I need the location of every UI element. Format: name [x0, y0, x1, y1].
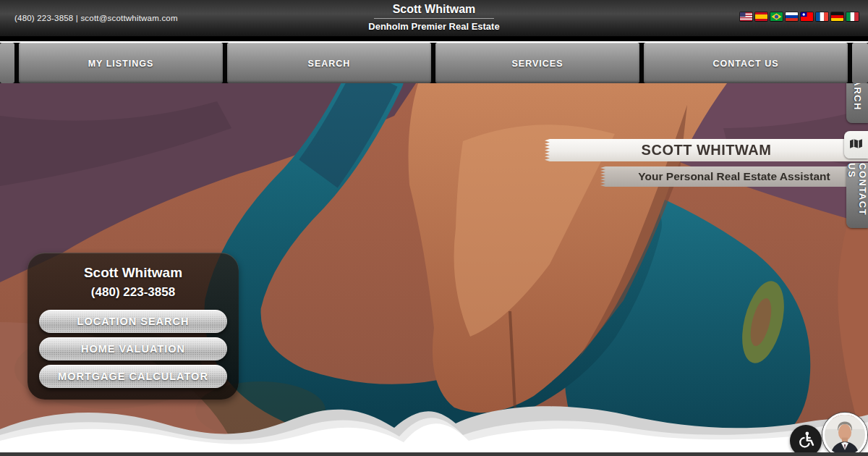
- nav-item-my-listings[interactable]: MY LISTINGS: [19, 43, 223, 83]
- brazil-flag-icon[interactable]: [770, 12, 783, 21]
- agent-photo[interactable]: [822, 413, 867, 456]
- cloud-wave-decoration: [0, 394, 868, 456]
- nav-item-label: MY LISTINGS: [88, 59, 154, 69]
- site-title: Scott Whitwam: [374, 3, 495, 19]
- mortgage-calculator-button[interactable]: MORTGAGE CALCULATOR: [39, 365, 227, 388]
- nav-edge-button-right[interactable]: [852, 43, 868, 83]
- hero-banner-subtitle-text: Your Personal Real Estate Assistant: [638, 170, 830, 183]
- germany-flag-icon[interactable]: [831, 12, 843, 21]
- language-flags: [740, 12, 859, 21]
- location-search-button[interactable]: LOCATION SEARCH: [39, 310, 227, 333]
- side-tab-map[interactable]: [844, 131, 868, 159]
- main-navigation: MY LISTINGS SEARCH SERVICES CONTACT US: [0, 36, 868, 83]
- side-tab-label: CONTACT US: [846, 163, 868, 228]
- hero-banner-title: SCOTT WHITWAM: [545, 139, 868, 161]
- nav-item-label: SEARCH: [308, 59, 351, 69]
- home-valuation-button[interactable]: HOME VALUATION: [39, 337, 227, 360]
- wheelchair-icon: [796, 430, 816, 452]
- site-identity: Scott Whitwam Denholm Premier Real Estat…: [0, 3, 868, 32]
- russia-flag-icon[interactable]: [786, 12, 798, 21]
- button-label: LOCATION SEARCH: [77, 316, 190, 327]
- map-icon: [849, 138, 863, 152]
- france-flag-icon[interactable]: [816, 12, 828, 21]
- agent-photo-image: [825, 415, 865, 455]
- usa-flag-icon[interactable]: [740, 12, 752, 21]
- nav-edge-button-left[interactable]: [0, 43, 14, 83]
- nav-item-contact-us[interactable]: CONTACT US: [644, 43, 848, 83]
- button-label: HOME VALUATION: [81, 343, 185, 355]
- side-tab-contact-us[interactable]: CONTACT US: [846, 163, 868, 228]
- nav-item-services[interactable]: SERVICES: [435, 43, 639, 83]
- spain-flag-icon[interactable]: [755, 12, 767, 21]
- agent-name: Scott Whitwam: [27, 265, 239, 281]
- agent-info-box: Scott Whitwam (480) 223-3858 LOCATION SE…: [27, 253, 239, 400]
- hero-banner-title-text: SCOTT WHITWAM: [642, 142, 772, 159]
- page: (480) 223-3858 | scott@scottwhitwam.com …: [0, 0, 868, 456]
- bottom-bar: [0, 452, 868, 456]
- nav-item-label: CONTACT US: [712, 59, 778, 69]
- taiwan-flag-icon[interactable]: [801, 12, 813, 21]
- top-bar: (480) 223-3858 | scott@scottwhitwam.com …: [0, 0, 868, 36]
- nav-item-search[interactable]: SEARCH: [227, 43, 431, 83]
- button-label: MORTGAGE CALCULATOR: [58, 371, 208, 382]
- hero-banner-subtitle: Your Personal Real Estate Assistant: [600, 166, 868, 187]
- accessibility-button[interactable]: [790, 425, 822, 456]
- italy-flag-icon[interactable]: [846, 12, 859, 21]
- nav-item-label: SERVICES: [512, 59, 563, 69]
- site-subtitle: Denholm Premier Real Estate: [0, 21, 868, 32]
- agent-phone: (480) 223-3858: [27, 285, 239, 300]
